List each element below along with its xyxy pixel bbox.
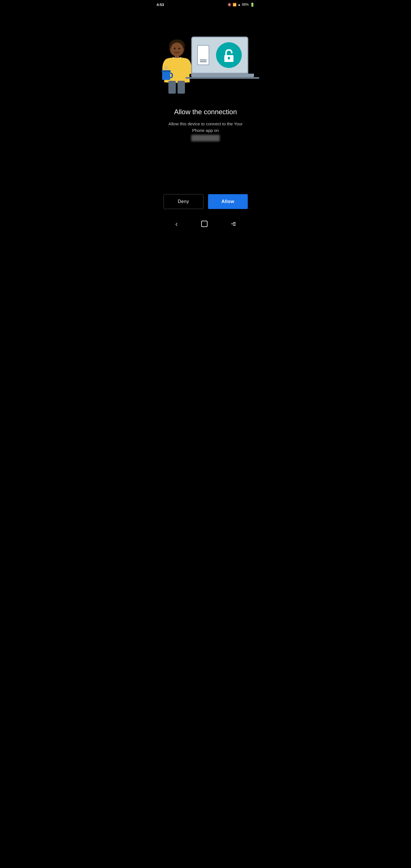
laptop-screen — [191, 36, 248, 74]
svg-point-4 — [171, 42, 183, 56]
person-illustration — [157, 36, 197, 94]
allow-button[interactable]: Allow — [208, 194, 248, 209]
status-icons: 🔇 📶 ▲ 88% 🔋 — [227, 3, 255, 7]
blurred-computer-name — [191, 135, 220, 141]
text-section: Allow the connection Allow this device t… — [159, 107, 252, 141]
back-button[interactable]: ‹ — [175, 220, 178, 228]
time-display: 4:53 — [157, 3, 164, 7]
laptop-base — [191, 74, 254, 77]
svg-rect-9 — [162, 71, 170, 80]
phone-in-laptop-icon — [197, 45, 209, 65]
mute-icon: 🔇 — [227, 3, 231, 6]
wifi-icon: 📶 — [232, 3, 236, 6]
signal-icon: ▲ — [238, 3, 241, 6]
illustration-container — [157, 31, 254, 94]
status-bar: 4:53 🔇 📶 ▲ 88% 🔋 — [152, 0, 259, 8]
svg-rect-11 — [168, 81, 176, 94]
action-buttons: Deny Allow — [152, 194, 259, 209]
battery-icon: 🔋 — [250, 3, 255, 7]
laptop-illustration — [191, 36, 254, 82]
svg-rect-10 — [162, 70, 171, 72]
recents-button[interactable] — [231, 222, 236, 225]
page-title: Allow the connection — [163, 107, 248, 116]
navigation-bar: ‹ — [152, 216, 259, 232]
description-text: Allow this device to connect to the Your… — [163, 121, 248, 141]
lock-circle — [216, 42, 242, 68]
svg-rect-12 — [178, 81, 185, 94]
svg-point-6 — [179, 48, 180, 50]
svg-point-5 — [174, 48, 176, 50]
svg-rect-15 — [228, 58, 229, 60]
deny-button[interactable]: Deny — [163, 194, 204, 209]
home-button[interactable] — [201, 221, 208, 227]
battery-text: 88% — [242, 3, 249, 6]
main-content: Allow the connection Allow this device t… — [152, 8, 259, 141]
